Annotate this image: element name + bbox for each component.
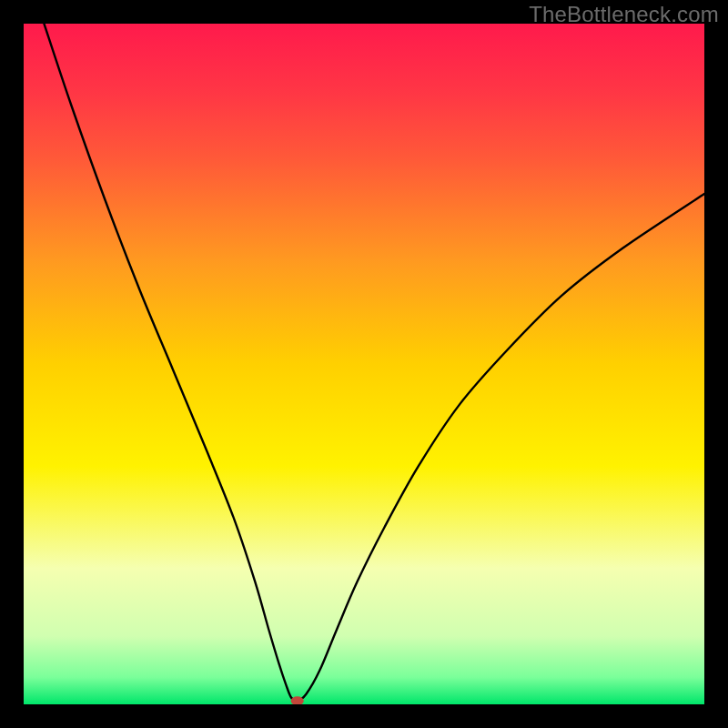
chart-background <box>24 24 704 704</box>
chart-svg <box>24 24 704 704</box>
chart-plot-area <box>24 24 704 704</box>
chart-frame: TheBottleneck.com <box>0 0 728 728</box>
